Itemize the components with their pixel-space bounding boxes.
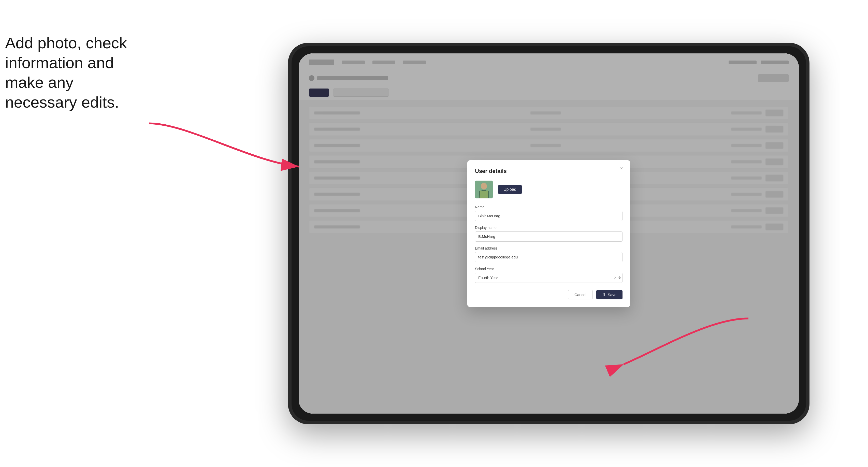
save-icon: ⬆ bbox=[602, 292, 606, 297]
save-label: Save bbox=[608, 292, 616, 297]
spinner-up-icon bbox=[618, 276, 621, 278]
email-field-group: Email address bbox=[475, 246, 622, 262]
name-field-group: Name bbox=[475, 205, 622, 221]
email-label: Email address bbox=[475, 246, 622, 250]
user-details-modal: User details × bbox=[467, 160, 630, 307]
display-name-input[interactable] bbox=[475, 231, 622, 242]
arrow-right bbox=[609, 303, 761, 380]
save-button[interactable]: ⬆ Save bbox=[596, 290, 622, 300]
school-year-spinner[interactable] bbox=[618, 276, 621, 279]
photo-thumb-inner bbox=[475, 181, 493, 198]
modal-title: User details bbox=[475, 168, 622, 175]
name-label: Name bbox=[475, 205, 622, 209]
user-photo-thumbnail bbox=[475, 181, 493, 198]
name-input[interactable] bbox=[475, 211, 622, 221]
cancel-button[interactable]: Cancel bbox=[568, 290, 593, 300]
display-name-field-group: Display name bbox=[475, 226, 622, 242]
spinner-down-icon bbox=[618, 278, 621, 279]
school-year-controls: × bbox=[614, 275, 621, 281]
svg-point-3 bbox=[481, 183, 487, 189]
photo-upload-row: Upload bbox=[475, 181, 622, 198]
school-year-input[interactable] bbox=[475, 273, 622, 283]
email-input[interactable] bbox=[475, 252, 622, 262]
school-year-field-group: School Year × bbox=[475, 267, 622, 283]
arrow-left bbox=[136, 116, 314, 180]
modal-close-button[interactable]: × bbox=[618, 165, 625, 172]
person-silhouette bbox=[475, 181, 493, 198]
school-year-clear-button[interactable]: × bbox=[614, 275, 617, 281]
school-year-field: × bbox=[475, 273, 622, 283]
upload-photo-button[interactable]: Upload bbox=[498, 185, 522, 194]
annotation-left: Add photo, check information and make an… bbox=[5, 33, 132, 112]
school-year-label: School Year bbox=[475, 267, 622, 271]
display-name-label: Display name bbox=[475, 226, 622, 230]
modal-footer: Cancel ⬆ Save bbox=[475, 290, 622, 300]
